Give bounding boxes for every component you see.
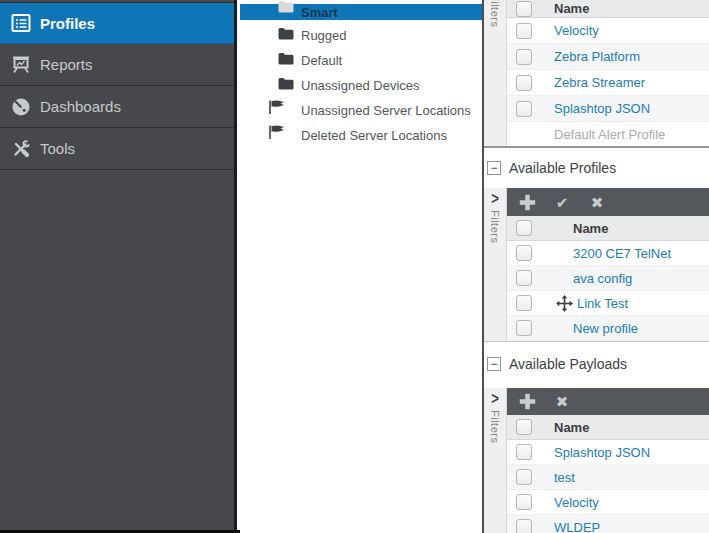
collapse-icon[interactable]: − xyxy=(487,161,501,175)
row-checkbox[interactable] xyxy=(516,295,532,311)
section-title: Available Payloads xyxy=(509,356,627,372)
filters-tab-label: Filters xyxy=(489,0,501,27)
tree-item-rugged[interactable]: Rugged xyxy=(240,22,482,47)
app-window: Profiles Reports Dashboards xyxy=(0,0,709,533)
tools-icon xyxy=(9,137,33,161)
table-row: ava config xyxy=(507,266,709,291)
select-all-checkbox[interactable] xyxy=(516,1,532,17)
table-row: Default Alert Profile xyxy=(507,122,709,148)
tree-item-unassigned-server-locations[interactable]: Unassigned Server Locations xyxy=(240,97,482,122)
column-header-name: Name xyxy=(573,221,608,236)
available-profiles-table: Name 3200 CE7 TelNet ava config Link Tes… xyxy=(507,216,709,341)
sidebar-item-reports[interactable]: Reports xyxy=(0,44,234,86)
table-row: WLDEP xyxy=(507,515,709,533)
row-link[interactable]: Splashtop JSON xyxy=(554,445,650,460)
row-label-disabled: Default Alert Profile xyxy=(554,127,665,142)
available-payloads-table: Name Splashtop JSON test Velocity WLDEP xyxy=(507,415,709,533)
payloads-toolbar: ✖ xyxy=(507,388,709,415)
collapse-icon[interactable]: − xyxy=(487,357,501,371)
row-link[interactable]: test xyxy=(554,470,575,485)
tree-item-label: Default xyxy=(301,52,342,67)
table-row: Link Test xyxy=(507,291,709,316)
row-link[interactable]: Velocity xyxy=(554,23,599,38)
close-icon: ✖ xyxy=(591,195,604,210)
row-checkbox[interactable] xyxy=(516,23,532,39)
folder-icon xyxy=(278,27,294,40)
table-header-row: Name xyxy=(507,0,709,18)
row-link[interactable]: WLDEP xyxy=(554,520,600,533)
chevron-right-icon: > xyxy=(491,390,499,408)
select-all-checkbox[interactable] xyxy=(516,220,532,236)
row-link[interactable]: Splashtop JSON xyxy=(554,101,650,116)
sidebar-item-dashboards[interactable]: Dashboards xyxy=(0,86,234,128)
filters-tab-label: Filters xyxy=(489,210,501,243)
sidebar-item-label: Tools xyxy=(40,140,75,157)
table-row: Velocity xyxy=(507,18,709,44)
assigned-items-table: Name Velocity Zebra Platform Zebra Strea… xyxy=(507,0,709,148)
sidebar-item-label: Reports xyxy=(40,56,93,73)
filters-tab-label: Filters xyxy=(489,410,501,443)
tree-item-label: Unassigned Server Locations xyxy=(301,102,471,117)
dashboards-icon xyxy=(9,95,33,119)
sidebar-item-tools[interactable]: Tools xyxy=(0,128,234,170)
table-header-row: Name xyxy=(507,415,709,440)
column-header-name: Name xyxy=(554,1,589,16)
tree-item-unassigned-devices[interactable]: Unassigned Devices xyxy=(240,72,482,97)
filters-tab[interactable]: > Filters xyxy=(484,188,507,341)
close-icon: ✖ xyxy=(556,394,569,409)
row-checkbox[interactable] xyxy=(516,320,532,336)
add-icon xyxy=(518,392,537,411)
sidebar-item-profiles[interactable]: Profiles xyxy=(0,2,234,44)
row-link[interactable]: New profile xyxy=(573,321,638,336)
row-checkbox[interactable] xyxy=(516,444,532,460)
row-checkbox[interactable] xyxy=(516,469,532,485)
chevron-right-icon: > xyxy=(491,190,499,208)
flag-icon xyxy=(268,125,285,140)
sidebar-item-label: Profiles xyxy=(40,15,95,32)
row-checkbox[interactable] xyxy=(516,75,532,91)
row-link[interactable]: ava config xyxy=(573,271,632,286)
minus-glyph: − xyxy=(490,163,497,173)
panel-bottom-border xyxy=(484,146,709,148)
tree-item-label: Deleted Server Locations xyxy=(301,127,447,142)
table-row: Zebra Streamer xyxy=(507,70,709,96)
row-link[interactable]: Zebra Streamer xyxy=(554,75,645,90)
row-link[interactable]: Velocity xyxy=(554,495,599,510)
filters-tab[interactable]: > Filters xyxy=(484,388,507,533)
add-button[interactable] xyxy=(515,392,539,411)
row-checkbox[interactable] xyxy=(516,245,532,261)
tree-item-label: Unassigned Devices xyxy=(301,77,420,92)
tree-item-label: Smart xyxy=(301,5,338,20)
row-link[interactable]: Zebra Platform xyxy=(554,49,640,64)
tree-item-smart[interactable]: Smart xyxy=(240,4,482,20)
row-link[interactable]: Link Test xyxy=(577,296,628,311)
tree-item-default[interactable]: Default xyxy=(240,47,482,72)
move-icon[interactable] xyxy=(556,295,573,312)
table-header-row: Name xyxy=(507,216,709,241)
row-checkbox[interactable] xyxy=(516,101,532,117)
flag-icon xyxy=(268,100,285,115)
table-row: Splashtop JSON xyxy=(507,96,709,122)
row-checkbox[interactable] xyxy=(516,519,532,533)
table-row: Splashtop JSON xyxy=(507,440,709,465)
tree-item-label: Rugged xyxy=(301,27,347,42)
available-payloads-header: − Available Payloads xyxy=(484,352,627,376)
table-row: test xyxy=(507,465,709,490)
row-link[interactable]: 3200 CE7 TelNet xyxy=(573,246,671,261)
available-profiles-header: − Available Profiles xyxy=(484,156,616,180)
row-checkbox[interactable] xyxy=(516,270,532,286)
column-header-name: Name xyxy=(554,420,589,435)
sidebar-item-label: Dashboards xyxy=(40,98,121,115)
tree-item-deleted-server-locations[interactable]: Deleted Server Locations xyxy=(240,122,482,147)
select-all-checkbox[interactable] xyxy=(516,419,532,435)
row-checkbox[interactable] xyxy=(516,49,532,65)
apply-button[interactable]: ✔ xyxy=(550,195,574,210)
table-row: Zebra Platform xyxy=(507,44,709,70)
remove-button[interactable]: ✖ xyxy=(550,394,574,409)
add-button[interactable] xyxy=(515,193,539,212)
profiles-icon xyxy=(9,11,33,35)
filters-tab[interactable]: Filters xyxy=(484,0,507,147)
sidebar-nav: Profiles Reports Dashboards xyxy=(0,0,237,533)
remove-button[interactable]: ✖ xyxy=(585,195,609,210)
row-checkbox[interactable] xyxy=(516,494,532,510)
